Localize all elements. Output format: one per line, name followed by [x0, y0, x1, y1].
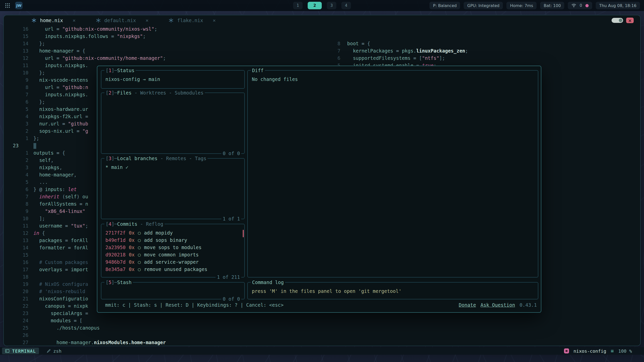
- line-number: 23: [13, 310, 28, 317]
- lazygit-keybar: mmit: c | Stash: s | Reset: D | Keybindi…: [105, 301, 537, 309]
- donate-link[interactable]: Donate: [459, 301, 476, 309]
- line-number: 19: [13, 281, 28, 288]
- line-number: 8: [13, 200, 28, 208]
- panel-title: [3]─Local branches - Remotes - Tags: [104, 155, 208, 162]
- tab-close-icon[interactable]: ×: [213, 17, 216, 23]
- panel-title: [5]─Stash: [104, 279, 133, 286]
- branch-row[interactable]: * main ✓: [105, 164, 129, 170]
- tab-home-nix[interactable]: home.nix ×: [24, 15, 83, 25]
- topbar-left: JW: [4, 2, 23, 9]
- tab-close-icon[interactable]: ×: [73, 17, 76, 23]
- lazygit-command-log-panel[interactable]: Command log press 'M' in the files panel…: [247, 282, 538, 299]
- line-number: 3: [13, 120, 28, 127]
- line-number: 5: [13, 178, 28, 186]
- tab-flake-nix[interactable]: flake.nix ×: [161, 15, 223, 25]
- tab-default-nix[interactable]: default.nix ×: [88, 15, 156, 25]
- line-number: 11: [13, 62, 28, 69]
- line-number: 12: [13, 230, 28, 237]
- lazygit-commits-panel[interactable]: [4]─Commits - Reflog 2717f2f0x○add mopid…: [101, 224, 245, 278]
- ping-pill[interactable]: Home: 7ms: [506, 2, 537, 9]
- nix-snowflake-icon: [169, 18, 174, 23]
- color-dot-icon: [585, 4, 589, 7]
- workspace-button-2-active[interactable]: 2: [308, 2, 322, 9]
- ask-question-link[interactable]: Ask Question: [480, 301, 515, 309]
- code-line: 6 supportedFilesystems = ["ntfs"];: [329, 55, 640, 62]
- commit-row[interactable]: 8e345a70x○remove unused packages: [105, 266, 240, 273]
- commit-row[interactable]: 2a239500x○move sops to modules: [105, 244, 240, 251]
- code-line: 8boot = {: [329, 40, 640, 47]
- tab-close-icon[interactable]: ×: [145, 17, 148, 23]
- bottom-status-bar: TERMINAL zsh nixos-config ≡ 100 %: [0, 347, 644, 355]
- commit-row[interactable]: b49ef1d0x○add sops binary: [105, 237, 240, 244]
- mode-indicator[interactable]: TERMINAL: [2, 348, 39, 354]
- command-log-message: press 'M' in the files panel to open 'gi…: [252, 288, 401, 294]
- clock[interactable]: Thu Aug 08, 18:16: [596, 2, 640, 9]
- terminal-icon: [5, 349, 10, 353]
- line-number: 18: [13, 273, 28, 281]
- gpu-pill[interactable]: GPU: Integrated: [464, 2, 503, 9]
- keybindings-hint: mmit: c | Stash: s | Reset: D | Keybindi…: [105, 301, 284, 309]
- workspace-button-4[interactable]: 4: [341, 2, 351, 9]
- lazygit-stash-panel[interactable]: [5]─Stash 0 of 0: [101, 282, 245, 299]
- system-tray[interactable]: 0: [568, 2, 592, 9]
- tab-label: home.nix: [40, 18, 63, 23]
- apps-grid-icon: [5, 3, 10, 8]
- line-number: 2: [13, 127, 28, 135]
- user-logo-badge[interactable]: JW: [15, 2, 23, 9]
- window-controls: ×: [612, 18, 634, 23]
- line-number: 25: [13, 324, 28, 332]
- window-toggle-switch[interactable]: [612, 18, 623, 23]
- top-status-bar: JW 1 2 3 4 P: Balanced GPU: Integrated H…: [0, 0, 644, 11]
- line-number: 8: [329, 40, 340, 47]
- line-number: 2: [13, 157, 28, 164]
- app-launcher-button[interactable]: [4, 2, 11, 9]
- code-line: 13 home-manager = {: [13, 47, 326, 55]
- commit-row[interactable]: 9486b7d0x○add service-wrapper: [105, 258, 240, 266]
- lazygit-branches-panel[interactable]: [3]─Local branches - Remotes - Tags * ma…: [101, 158, 245, 219]
- lazygit-status-panel[interactable]: [1]─Status nixos-config → main: [101, 70, 245, 89]
- line-number: 7: [13, 193, 28, 200]
- nix-snowflake-icon: [31, 18, 36, 23]
- line-number: 16: [13, 25, 28, 33]
- session-icon: [564, 348, 569, 353]
- notification-count: 0: [580, 3, 582, 8]
- panel-count: 1 of 211: [216, 274, 241, 281]
- line-number: 7: [13, 91, 28, 98]
- text-cursor: [33, 143, 36, 149]
- workspace-switcher: 1 2 3 4: [293, 2, 351, 9]
- line-number: 14: [13, 40, 28, 47]
- code-line: 24 modules = [: [13, 317, 326, 324]
- commit-row[interactable]: d9202180x○move common imports: [105, 251, 240, 258]
- line-number: 13: [13, 47, 28, 55]
- shell-tab[interactable]: zsh: [47, 348, 62, 354]
- lazygit-diff-panel[interactable]: Diff No changed files: [247, 70, 538, 278]
- line-number: 6: [13, 98, 28, 106]
- power-profile-pill[interactable]: P: Balanced: [429, 2, 460, 9]
- code-line: 15 inputs.nixpkgs.follows = "nixpkgs";: [13, 33, 326, 40]
- panel-count: 1 of 1: [221, 215, 241, 222]
- scroll-percent: 100 %: [618, 348, 632, 354]
- tab-label: flake.nix: [177, 18, 203, 23]
- commit-row[interactable]: 2717f2f0x○add mopidy: [105, 229, 240, 237]
- battery-pill[interactable]: Bat: 100: [540, 2, 564, 9]
- workspace-button-3[interactable]: 3: [327, 2, 336, 9]
- commits-scrollbar[interactable]: [243, 230, 244, 237]
- panel-title: Command log: [251, 279, 285, 286]
- line-number: 10: [13, 215, 28, 222]
- line-number: 5: [13, 106, 28, 113]
- editor-tab-bar: home.nix × default.nix × flake.nix ×: [4, 15, 640, 25]
- line-number: 6: [13, 186, 28, 193]
- line-number: 13: [13, 237, 28, 244]
- code-line: 12 url = "github:nix-community/home-mana…: [13, 55, 326, 62]
- lazygit-window: [1]─Status nixos-config → main [2]─Files…: [97, 66, 541, 313]
- nix-snowflake-icon: [96, 18, 101, 23]
- code-line: 25 ./hosts/canopus: [13, 324, 326, 332]
- workspace-button-1[interactable]: 1: [293, 2, 303, 9]
- lazygit-version: 0.43.1: [519, 301, 537, 309]
- lazygit-files-panel[interactable]: [2]─Files - Worktrees - Submodules 0 of …: [101, 93, 245, 154]
- code-line: 14 };: [13, 40, 326, 47]
- window-close-button[interactable]: ×: [626, 18, 634, 23]
- line-number: 20: [13, 288, 28, 295]
- code-line: 27 home-manager.nixosModules.home-manage…: [13, 339, 326, 346]
- line-number: 4: [13, 113, 28, 120]
